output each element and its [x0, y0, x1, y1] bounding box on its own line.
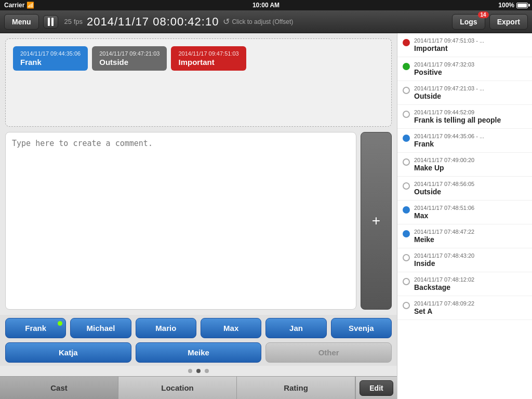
tab-cast[interactable]: Cast: [0, 377, 118, 399]
status-time: 10:00 AM: [252, 2, 280, 9]
cast-buttons-container: FrankMichaelMarioMaxJanSvenjaKatjaMeikeO…: [0, 315, 397, 366]
tab-rating[interactable]: Rating: [237, 377, 355, 399]
log-item[interactable]: 2014/11/17 09:47:32:03Positive: [397, 57, 532, 81]
log-dot-blue: [403, 206, 410, 214]
comment-area: +: [5, 132, 392, 310]
tag-chip[interactable]: 2014/11/17 09:47:51:03Important: [171, 46, 246, 71]
cast-button-meike[interactable]: Meike: [136, 342, 262, 363]
status-bar: Carrier 📶 10:00 AM 100%: [0, 0, 532, 10]
cast-button-max[interactable]: Max: [201, 318, 261, 338]
log-time: 2014/11/17 07:48:12:02: [414, 276, 527, 283]
log-dot-gray: [403, 111, 410, 118]
cast-button-jan[interactable]: Jan: [265, 318, 326, 338]
tab-edit-area: Edit: [355, 377, 397, 399]
log-item[interactable]: 2014/11/17 07:48:51:06Max: [397, 201, 532, 224]
log-label: Set A: [414, 307, 527, 315]
tab-location[interactable]: Location: [118, 377, 237, 399]
page-dot-2[interactable]: [205, 369, 209, 373]
comment-input[interactable]: [5, 132, 356, 310]
log-dot-blue: [403, 230, 410, 237]
log-label: Inside: [414, 259, 527, 268]
log-time: 2014/11/17 09:44:35:06 - ...: [414, 133, 527, 139]
tag-chip[interactable]: 2014/11/17 09:44:35:06Frank: [13, 46, 88, 71]
cast-button-michael[interactable]: Michael: [70, 318, 131, 338]
log-time: 2014/11/17 07:48:47:22: [414, 229, 527, 235]
timecode-label: 2014/11/17 08:00:42:10: [87, 15, 219, 29]
log-item[interactable]: 2014/11/17 07:48:12:02Backstage: [397, 272, 532, 296]
log-item[interactable]: 2014/11/17 09:44:52:09Frank is telling a…: [397, 105, 532, 129]
wifi-icon: 📶: [26, 2, 34, 9]
log-time: 2014/11/17 07:48:56:05: [414, 181, 527, 187]
log-time: 2014/11/17 07:48:43:20: [414, 252, 527, 259]
log-dot-green: [403, 63, 410, 70]
log-label: Important: [414, 44, 527, 52]
offset-label: ↺ Click to adjust (Offset): [223, 17, 293, 26]
log-label: Positive: [414, 68, 527, 76]
edit-button[interactable]: Edit: [360, 380, 393, 396]
battery-icon: [516, 3, 528, 8]
log-time: 2014/11/17 09:47:32:03: [414, 61, 527, 68]
logs-panel: 2014/11/17 09:47:51:03 - ...Important201…: [397, 33, 532, 399]
log-item[interactable]: 2014/11/17 07:48:09:22Set A: [397, 296, 532, 320]
log-time: 2014/11/17 09:47:21:03 - ...: [414, 85, 527, 91]
offset-arrow-icon: ↺: [223, 17, 230, 26]
log-time: 2014/11/17 07:48:09:22: [414, 300, 527, 307]
main-container: 2014/11/17 09:44:35:06Frank2014/11/17 09…: [0, 33, 532, 399]
tag-chip[interactable]: 2014/11/17 09:47:21:03Outside: [92, 46, 167, 71]
toolbar: Menu 25 fps 2014/11/17 08:00:42:10 ↺ Cli…: [0, 10, 532, 33]
log-time: 2014/11/17 07:49:00:20: [414, 157, 527, 163]
log-dot-gray: [403, 87, 410, 94]
log-dot-gray: [403, 302, 410, 309]
log-item[interactable]: 2014/11/17 07:48:47:22Meike: [397, 224, 532, 248]
log-dot-gray: [403, 158, 410, 166]
log-label: Backstage: [414, 283, 527, 291]
left-panel: 2014/11/17 09:44:35:06Frank2014/11/17 09…: [0, 33, 397, 399]
log-label: Max: [414, 211, 527, 220]
tags-area: 2014/11/17 09:44:35:06Frank2014/11/17 09…: [5, 38, 392, 127]
tab-bar: CastLocationRatingEdit: [0, 376, 397, 399]
log-label: Frank: [414, 140, 527, 148]
log-dot-gray: [403, 254, 410, 261]
cast-button-katja[interactable]: Katja: [5, 342, 131, 363]
page-dot-1[interactable]: [196, 369, 201, 373]
cast-button-mario[interactable]: Mario: [136, 318, 196, 338]
log-dot-red: [403, 39, 410, 46]
log-time: 2014/11/17 09:47:51:03 - ...: [414, 37, 527, 44]
cast-button-frank[interactable]: Frank: [5, 318, 66, 338]
logs-badge: 14: [478, 11, 489, 18]
log-time: 2014/11/17 07:48:51:06: [414, 205, 527, 211]
log-item[interactable]: 2014/11/17 09:47:51:03 - ...Important: [397, 33, 532, 57]
page-dot-0[interactable]: [188, 369, 192, 373]
page-dots: [0, 366, 397, 376]
add-comment-button[interactable]: +: [361, 132, 392, 310]
pause-button[interactable]: [43, 15, 58, 29]
log-item[interactable]: 2014/11/17 09:47:21:03 - ...Outside: [397, 81, 532, 105]
log-label: Frank is telling all people: [414, 116, 527, 124]
export-button[interactable]: Export: [489, 14, 528, 30]
cast-button-svenja[interactable]: Svenja: [331, 318, 392, 338]
log-item[interactable]: 2014/11/17 07:48:43:20Inside: [397, 248, 532, 272]
log-dot-blue: [403, 135, 410, 142]
carrier-label: Carrier: [4, 2, 24, 9]
log-label: Outside: [414, 188, 527, 196]
log-dot-gray: [403, 278, 410, 285]
log-time: 2014/11/17 09:44:52:09: [414, 109, 527, 115]
log-item[interactable]: 2014/11/17 09:44:35:06 - ...Frank: [397, 129, 532, 153]
log-dot-gray: [403, 182, 410, 190]
log-label: Make Up: [414, 164, 527, 172]
log-item[interactable]: 2014/11/17 07:49:00:20Make Up: [397, 153, 532, 177]
log-label: Meike: [414, 235, 527, 244]
menu-button[interactable]: Menu: [4, 14, 39, 30]
log-label: Outside: [414, 92, 527, 100]
log-item[interactable]: 2014/11/17 07:48:56:05Outside: [397, 177, 532, 201]
logs-button[interactable]: Logs 14: [452, 14, 485, 30]
fps-label: 25 fps: [64, 18, 83, 25]
cast-button-other[interactable]: Other: [265, 342, 392, 363]
battery-label: 100%: [498, 2, 514, 9]
